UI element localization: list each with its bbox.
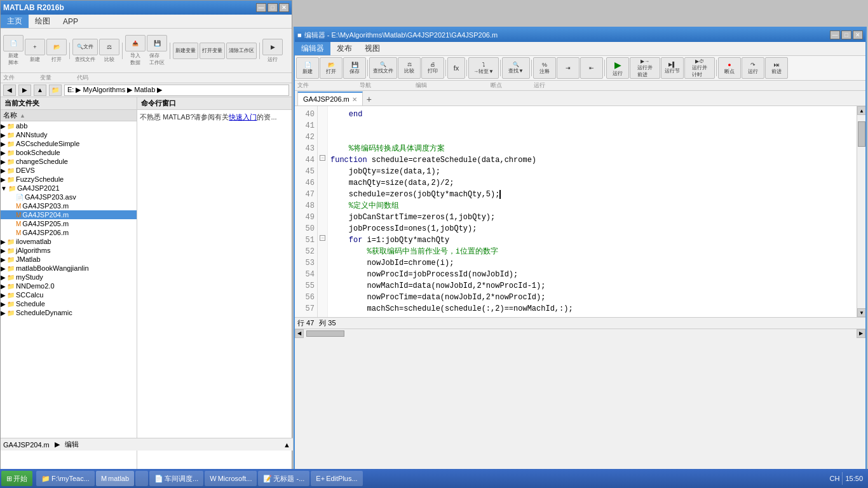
taskbar-item-microsoft[interactable]: W Microsoft... bbox=[205, 471, 257, 486]
tree-item-changeschedule[interactable]: ▶📁changeSchedule bbox=[1, 157, 137, 166]
save-btn[interactable]: 💾 bbox=[147, 35, 167, 51]
h-scroll-thumb[interactable] bbox=[306, 330, 344, 337]
menu-home[interactable]: 主页 bbox=[1, 15, 29, 28]
tree-item-nndemo2-0[interactable]: ▶📁NNDemo2.0 bbox=[1, 281, 137, 290]
editor-new-btn[interactable]: 📄 新建 bbox=[296, 57, 319, 79]
path-forward-btn[interactable]: ▶ bbox=[18, 85, 31, 96]
tree-item-ga4jsp206-m[interactable]: MGA4JSP206.m bbox=[1, 228, 137, 237]
run-btn[interactable]: ▶ bbox=[262, 39, 283, 55]
fold-indicator-42[interactable] bbox=[318, 129, 327, 140]
outdent-btn[interactable]: ⇤ bbox=[580, 57, 603, 79]
scroll-left-btn[interactable]: ◀ bbox=[295, 329, 304, 338]
tree-item-ga4jsp205-m[interactable]: MGA4JSP205.m bbox=[1, 219, 137, 228]
new-btn[interactable]: + bbox=[25, 39, 45, 55]
goto-btn[interactable]: ⤵ →转至▼ bbox=[468, 57, 499, 79]
fold-indicator-45[interactable] bbox=[318, 163, 327, 175]
tree-item-abb[interactable]: ▶📁abb bbox=[1, 121, 137, 130]
minimize-button[interactable]: — bbox=[256, 3, 266, 12]
open-var-btn[interactable]: 打开变量 bbox=[200, 43, 225, 59]
tree-item-scheduledynamic[interactable]: ▶📁ScheduleDynamic bbox=[1, 308, 137, 317]
clear-workspace-btn[interactable]: 清除工作区 bbox=[226, 43, 257, 59]
editor-menu-publish[interactable]: 发布 bbox=[330, 42, 358, 55]
find-btn[interactable]: 🔍 查找▼ bbox=[502, 57, 530, 79]
editor-menu-view[interactable]: 视图 bbox=[358, 42, 386, 55]
tree-item-ilovematlab[interactable]: ▶📁ilovematlab bbox=[1, 237, 137, 246]
tree-item-ga4jsp203-m[interactable]: MGA4JSP203.m bbox=[1, 201, 137, 210]
breakpoint-btn[interactable]: ● 断点 bbox=[718, 57, 741, 79]
tree-item-annstudy[interactable]: ▶📁ANNstudy bbox=[1, 130, 137, 139]
taskbar-item-untitled[interactable]: 📝 无标题 -... bbox=[258, 471, 309, 486]
path-display[interactable]: E: ▶ MyAlgorithms ▶ Matlab ▶ bbox=[64, 85, 289, 96]
tree-item-bookschedule[interactable]: ▶📁bookSchedule bbox=[1, 148, 137, 157]
tree-item-ga4jsp203-asv[interactable]: 📄GA4JSP203.asv bbox=[1, 193, 137, 201]
taskbar-item-myteac[interactable]: 📁 F:\myTeac... bbox=[36, 471, 95, 486]
tree-item-jalgorithms[interactable]: ▶📁jAlgorithms bbox=[1, 246, 137, 255]
horizontal-scrollbar[interactable]: ◀ ▶ bbox=[295, 329, 865, 337]
tree-item-fuzzyschedule[interactable]: ▶📁FuzzySchedule bbox=[1, 175, 137, 184]
code-editor[interactable]: end %将编码转换成具体调度方案function schedule=creat… bbox=[328, 106, 857, 317]
tree-item-schedule[interactable]: ▶📁Schedule bbox=[1, 299, 137, 308]
step-next-btn[interactable]: ⏭ 前进 bbox=[765, 57, 788, 79]
editor-save-btn[interactable]: 💾 保存 bbox=[343, 57, 366, 79]
tab-close-icon[interactable]: ✕ bbox=[352, 96, 357, 103]
tree-item-devs[interactable]: ▶📁DEVS bbox=[1, 166, 137, 175]
taskbar-item-matlab[interactable]: M matlab bbox=[96, 471, 134, 486]
run-advance-btn[interactable]: ▶→ 运行并前进 bbox=[630, 57, 660, 79]
taskbar-item-workshop[interactable]: 📄 车间调度... bbox=[149, 471, 203, 486]
print-btn[interactable]: 🖨 打印 bbox=[421, 57, 444, 79]
tree-item-mystudy[interactable]: ▶📁myStudy bbox=[1, 273, 137, 281]
fold-indicator-46[interactable] bbox=[318, 175, 327, 186]
tree-item-ga4jsp204-m[interactable]: MGA4JSP204.m bbox=[1, 210, 137, 219]
open-btn[interactable]: 📂 bbox=[46, 39, 67, 55]
editor-maximize-btn[interactable]: □ bbox=[841, 30, 851, 39]
run-section-btn[interactable]: ▶▌ 运行节 bbox=[661, 57, 684, 79]
tree-item-ascschedulesimple[interactable]: ▶📁ASCscheduleSimple bbox=[1, 139, 137, 148]
run-timed-btn[interactable]: ▶⏱ 运行并计时 bbox=[684, 57, 715, 79]
compare-editor-btn[interactable]: ⚖ 比较 bbox=[398, 57, 421, 79]
fold-indicator-47[interactable] bbox=[318, 186, 327, 198]
new-script-btn[interactable]: 📄 bbox=[3, 35, 24, 51]
path-back-btn[interactable]: ◀ bbox=[3, 85, 16, 96]
start-button[interactable]: ⊞ 开始 bbox=[1, 471, 32, 486]
fold-indicator-43[interactable] bbox=[318, 140, 327, 152]
scroll-down-btn[interactable]: ▼ bbox=[857, 308, 865, 317]
fold-indicator-49[interactable] bbox=[318, 209, 327, 220]
fold-indicator-53[interactable] bbox=[318, 255, 327, 266]
expand-icon[interactable]: ▲ bbox=[283, 441, 290, 449]
tree-item-sccalcu[interactable]: ▶📁SCCalcu bbox=[1, 290, 137, 299]
vertical-scrollbar[interactable]: ▲ ▼ bbox=[857, 106, 865, 317]
editor-open-btn[interactable]: 📂 打开 bbox=[320, 57, 342, 79]
find-file-editor-btn[interactable]: 🔍 查找文件 bbox=[369, 57, 397, 79]
path-up-btn[interactable]: ▲ bbox=[34, 85, 46, 96]
fold-indicator-56[interactable] bbox=[318, 289, 327, 301]
fold-indicator-57[interactable] bbox=[318, 301, 327, 312]
add-tab-btn[interactable]: + bbox=[363, 93, 376, 105]
taskbar-item-empty[interactable] bbox=[135, 471, 148, 486]
taskbar-item-editplus[interactable]: E+ EditPlus... bbox=[311, 471, 362, 486]
tree-item-ga4jsp2021[interactable]: ▼📁GA4JSP2021 bbox=[1, 184, 137, 193]
menu-plot[interactable]: 绘图 bbox=[29, 15, 57, 28]
fold-indicator-52[interactable] bbox=[318, 243, 327, 255]
fold-indicator-50[interactable] bbox=[318, 220, 327, 232]
scroll-thumb[interactable] bbox=[858, 121, 865, 147]
comment-btn[interactable]: % 注释 bbox=[533, 57, 556, 79]
indent-btn[interactable]: ⇥ bbox=[557, 57, 580, 79]
fold-indicator-41[interactable] bbox=[318, 118, 327, 129]
scroll-right-btn[interactable]: ▶ bbox=[857, 329, 865, 338]
fold-indicator-40[interactable] bbox=[318, 106, 327, 118]
menu-app[interactable]: APP bbox=[57, 16, 85, 27]
maximize-button[interactable]: □ bbox=[268, 3, 278, 12]
import-btn[interactable]: 📥 bbox=[125, 35, 146, 51]
fold-indicator-44[interactable]: − bbox=[318, 152, 327, 163]
compare-btn[interactable]: ⚖ bbox=[99, 39, 119, 55]
scroll-up-btn[interactable]: ▲ bbox=[857, 106, 865, 115]
tree-item-jmatlab[interactable]: ▶📁JMatlab bbox=[1, 255, 137, 264]
fold-indicator-48[interactable] bbox=[318, 198, 327, 209]
path-folder-btn[interactable]: 📁 bbox=[49, 85, 62, 96]
fold-indicator-51[interactable]: − bbox=[318, 232, 327, 243]
run-editor-btn[interactable]: ▶ 运行 bbox=[606, 57, 629, 79]
quick-start-link[interactable]: 快速入门 bbox=[229, 113, 257, 121]
fold-indicator-55[interactable] bbox=[318, 278, 327, 289]
fx-btn[interactable]: fx bbox=[447, 57, 465, 79]
step-run-btn[interactable]: ↷ 运行 bbox=[742, 57, 764, 79]
